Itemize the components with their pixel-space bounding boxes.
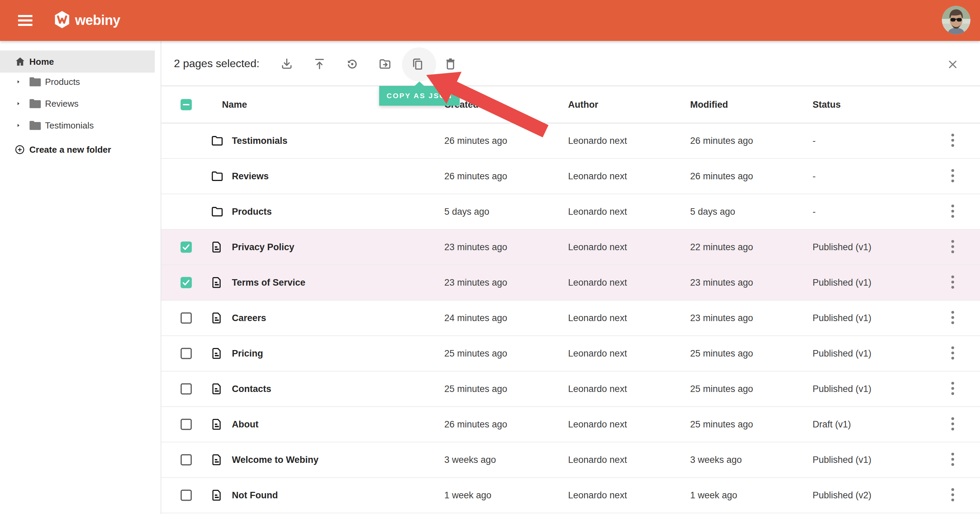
sidebar-home-label: Home bbox=[29, 56, 54, 67]
folder-icon bbox=[29, 98, 42, 109]
table-rows: Testimonials26 minutes agoLeonardo next2… bbox=[161, 124, 980, 513]
row-status: Draft (v1) bbox=[813, 419, 851, 430]
row-menu-button[interactable] bbox=[944, 378, 961, 400]
row-menu-button[interactable] bbox=[944, 165, 961, 187]
row-name[interactable]: Reviews bbox=[232, 171, 269, 182]
download-button[interactable] bbox=[277, 55, 296, 74]
row-checkbox[interactable] bbox=[180, 489, 192, 501]
restore-icon bbox=[345, 57, 360, 72]
kebab-icon bbox=[950, 133, 955, 149]
kebab-icon bbox=[950, 417, 955, 433]
webiny-wordmark: webiny bbox=[75, 13, 120, 28]
row-modified: 22 minutes ago bbox=[690, 242, 753, 252]
page-icon bbox=[210, 382, 224, 396]
page-icon bbox=[210, 417, 224, 431]
sidebar-item-home[interactable]: Home bbox=[0, 51, 155, 73]
table-row[interactable]: Products5 days agoLeonardo next5 days ag… bbox=[161, 194, 980, 230]
restore-button[interactable] bbox=[343, 55, 362, 74]
expand-caret-icon[interactable] bbox=[15, 78, 22, 85]
column-header-status[interactable]: Status bbox=[813, 99, 841, 110]
row-checkbox[interactable] bbox=[180, 276, 192, 289]
kebab-icon bbox=[950, 487, 955, 503]
row-author: Leonardo next bbox=[568, 242, 627, 252]
delete-button[interactable] bbox=[441, 55, 460, 74]
table-row[interactable]: About26 minutes agoLeonardo next25 minut… bbox=[161, 407, 980, 443]
row-modified: 3 weeks ago bbox=[690, 455, 742, 465]
row-name[interactable]: Contacts bbox=[232, 384, 271, 394]
page-icon bbox=[210, 276, 224, 289]
table-row[interactable]: Welcome to Webiny3 weeks agoLeonardo nex… bbox=[161, 443, 980, 478]
app-header: webiny bbox=[0, 0, 980, 41]
close-icon[interactable] bbox=[943, 55, 962, 74]
folder-icon bbox=[210, 170, 224, 183]
kebab-icon bbox=[950, 310, 955, 326]
sidebar-folder-label: Products bbox=[45, 77, 80, 87]
row-checkbox[interactable] bbox=[180, 454, 192, 466]
table-row[interactable]: Testimonials26 minutes agoLeonardo next2… bbox=[161, 124, 980, 159]
expand-caret-icon[interactable] bbox=[15, 122, 22, 129]
copy-button[interactable] bbox=[408, 55, 427, 74]
menu-icon[interactable] bbox=[16, 11, 35, 30]
table-row[interactable]: Privacy Policy23 minutes agoLeonardo nex… bbox=[161, 230, 980, 265]
row-checkbox[interactable] bbox=[180, 241, 192, 253]
table-row[interactable]: Terms of Service23 minutes agoLeonardo n… bbox=[161, 265, 980, 301]
row-menu-button[interactable] bbox=[944, 484, 961, 506]
row-created: 26 minutes ago bbox=[444, 171, 508, 182]
table-row[interactable]: Not Found1 week agoLeonardo next1 week a… bbox=[161, 478, 980, 513]
publish-icon bbox=[312, 57, 327, 72]
row-checkbox[interactable] bbox=[180, 312, 192, 324]
row-checkbox bbox=[180, 206, 192, 218]
table-row[interactable]: Contacts25 minutes agoLeonardo next25 mi… bbox=[161, 371, 980, 407]
table-row[interactable]: Pricing25 minutes agoLeonardo next25 min… bbox=[161, 336, 980, 371]
select-all-checkbox[interactable] bbox=[180, 98, 192, 111]
table-row[interactable]: Reviews26 minutes agoLeonardo next26 min… bbox=[161, 159, 980, 194]
row-name[interactable]: Careers bbox=[232, 313, 266, 324]
sort-desc-icon bbox=[482, 100, 491, 109]
row-checkbox bbox=[180, 135, 192, 147]
expand-caret-icon[interactable] bbox=[15, 100, 22, 107]
row-name[interactable]: Pricing bbox=[232, 348, 263, 359]
row-created: 23 minutes ago bbox=[444, 242, 508, 252]
row-menu-button[interactable] bbox=[944, 449, 961, 471]
user-avatar[interactable] bbox=[942, 6, 970, 35]
table-row[interactable]: Careers24 minutes agoLeonardo next23 min… bbox=[161, 301, 980, 336]
row-name[interactable]: Welcome to Webiny bbox=[232, 455, 318, 465]
row-name[interactable]: Privacy Policy bbox=[232, 242, 294, 252]
row-author: Leonardo next bbox=[568, 136, 627, 146]
row-name[interactable]: Testimonials bbox=[232, 136, 288, 146]
sidebar-folder-reviews[interactable]: Reviews bbox=[0, 93, 155, 114]
sidebar-folder-products[interactable]: Products bbox=[0, 71, 155, 93]
row-menu-button[interactable] bbox=[944, 130, 961, 152]
row-checkbox[interactable] bbox=[180, 418, 192, 430]
sidebar-folder-testimonials[interactable]: Testimonials bbox=[0, 114, 155, 136]
row-checkbox[interactable] bbox=[180, 383, 192, 395]
publish-button[interactable] bbox=[310, 55, 329, 74]
row-menu-button[interactable] bbox=[944, 236, 961, 258]
folder-icon bbox=[29, 120, 42, 131]
row-menu-button[interactable] bbox=[944, 272, 961, 293]
home-icon bbox=[14, 56, 26, 68]
row-author: Leonardo next bbox=[568, 490, 627, 501]
row-menu-button[interactable] bbox=[944, 414, 961, 435]
webiny-logo[interactable]: webiny bbox=[54, 10, 120, 30]
column-header-author[interactable]: Author bbox=[568, 99, 598, 110]
main-content: 2 pages selected: COPY AS JSON NameCreat… bbox=[161, 41, 980, 514]
row-name[interactable]: Not Found bbox=[232, 490, 278, 501]
row-created: 26 minutes ago bbox=[444, 419, 508, 430]
page-icon bbox=[210, 311, 224, 325]
move-button[interactable] bbox=[375, 55, 395, 74]
row-name[interactable]: Products bbox=[232, 206, 272, 217]
row-name[interactable]: Terms of Service bbox=[232, 278, 305, 288]
move-icon bbox=[378, 57, 392, 72]
row-name[interactable]: About bbox=[232, 419, 258, 430]
row-author: Leonardo next bbox=[568, 171, 627, 182]
column-header-modified[interactable]: Modified bbox=[690, 99, 728, 110]
column-header-name[interactable]: Name bbox=[222, 99, 247, 110]
row-menu-button[interactable] bbox=[944, 343, 961, 364]
plus-circle-icon bbox=[14, 144, 25, 155]
row-menu-button[interactable] bbox=[944, 201, 961, 222]
create-folder-button[interactable]: Create a new folder bbox=[0, 140, 155, 159]
row-modified: 23 minutes ago bbox=[690, 313, 753, 324]
row-menu-button[interactable] bbox=[944, 307, 961, 329]
row-checkbox[interactable] bbox=[180, 347, 192, 360]
